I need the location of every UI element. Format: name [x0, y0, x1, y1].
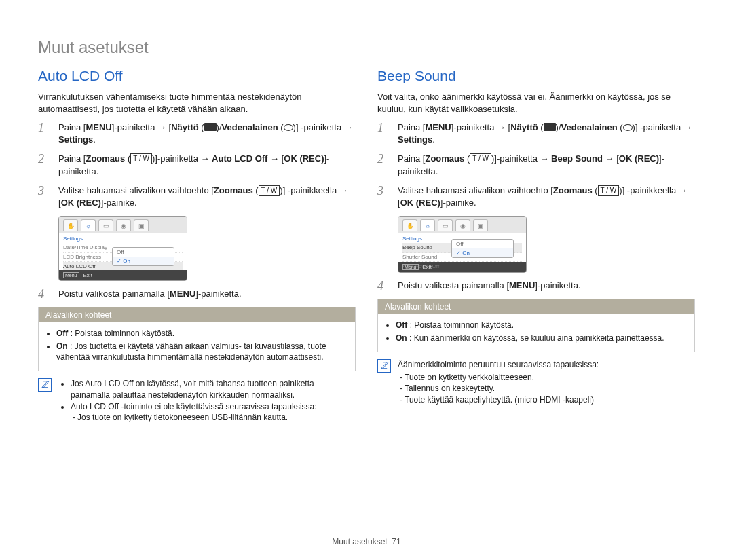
shot-popup: Off On	[451, 239, 514, 258]
shot-tab-row: ✋ ☼ ▭ ◉ ▣	[398, 217, 526, 233]
shot-tab: ◉	[455, 219, 470, 231]
t: ]-painiketta →	[155, 153, 212, 164]
ok-rec-label: OK (REC)	[61, 198, 101, 208]
info-note: ℤ Jos Auto LCD Off on käytössä, voit mit…	[38, 378, 356, 424]
menu-label: MENU	[86, 122, 111, 132]
lcd-screenshot: ✋ ☼ ▭ ◉ ▣ Settings Beep Sound Shutter So…	[398, 216, 527, 273]
step-number: 4	[377, 280, 388, 292]
target-label: Beep Sound	[551, 153, 603, 164]
on-label: On	[396, 333, 407, 343]
t: Paina [	[58, 122, 86, 132]
shot-tab: ◉	[116, 219, 131, 231]
t: (	[538, 122, 544, 132]
t: Valitse haluamasi alivalikon vaihtoehto …	[58, 185, 214, 195]
shot-tab: ✋	[402, 219, 417, 231]
note-line: Äänimerkkitoiminto peruuntuu seuraavissa…	[398, 360, 599, 369]
intro-text: Voit valita, onko äänimerkki käytössä va…	[377, 91, 695, 115]
shot-tab-active: ☼	[81, 219, 96, 231]
t: : Jos tuotetta ei käytetä vähään aikaan …	[56, 341, 326, 362]
shot-popup: Off On	[112, 247, 174, 266]
ok-rec-label: OK (REC)	[400, 198, 440, 208]
t: ]-painike.	[101, 198, 137, 208]
step-3: 3 Valitse haluamasi alivalikon vaihtoeht…	[38, 185, 356, 209]
submenu-header: Alavalikon kohteet	[39, 307, 355, 322]
t: ]-painiketta → [	[112, 122, 171, 132]
exit-label: Exit	[83, 272, 92, 278]
step-number: 1	[38, 122, 49, 146]
step-number: 2	[38, 153, 49, 177]
page-footer: Muut asetukset 71	[0, 537, 733, 546]
t: (	[278, 122, 284, 132]
menu-key-icon: Menu	[63, 272, 79, 278]
t: Paina [	[58, 153, 86, 164]
t: ]-painike.	[440, 198, 476, 208]
t: Poistu valikosta painamalla [	[58, 288, 170, 299]
settings-label: Settings	[58, 134, 93, 145]
tw-icon: T / W	[130, 153, 152, 164]
info-note: ℤ Äänimerkkitoiminto peruuntuu seuraavis…	[377, 359, 695, 406]
submenu-on: On : Kun äänimerkki on käytössä, se kuul…	[396, 333, 688, 343]
steps-list-cont: 4 Poistu valikosta painamalla [MENU]-pai…	[38, 288, 356, 300]
left-column: Auto LCD Off Virrankulutuksen vähentämis…	[38, 68, 356, 424]
shot-tab: ✋	[63, 219, 78, 231]
step-2: 2 Paina [Zoomaus (T / W)]-painiketta → B…	[377, 153, 695, 177]
popup-on-selected: On	[452, 248, 513, 257]
steps-list: 1 Paina [MENU]-painiketta → [Näyttö ()/V…	[377, 122, 695, 209]
off-label: Off	[396, 320, 407, 330]
off-label: Off	[56, 329, 68, 338]
step-number: 3	[377, 185, 388, 209]
step-1: 1 Paina [MENU]-painiketta → [Näyttö ()/V…	[377, 122, 695, 146]
shot-tab: ▭	[98, 219, 113, 231]
ok-rec-label: OK (REC)	[284, 153, 324, 164]
zoom-label: Zoomaus	[86, 153, 125, 164]
t: .	[93, 134, 96, 145]
underwater-label: Vedenalainen	[561, 122, 618, 132]
t: Valitse haluamasi alivalikon vaihtoehto …	[398, 185, 553, 195]
intro-text: Virrankulutuksen vähentämiseksi tuote hi…	[38, 91, 356, 115]
step-number: 3	[38, 185, 49, 209]
step-2: 2 Paina [Zoomaus (T / W)]-painiketta → A…	[38, 153, 356, 177]
tw-icon: T / W	[598, 185, 620, 196]
display-icon	[204, 123, 217, 131]
t: )] -painiketta →	[293, 122, 353, 132]
menu-key-icon: Menu	[402, 264, 419, 270]
underwater-icon	[623, 124, 633, 131]
t: )/	[217, 122, 222, 132]
underwater-label: Vedenalainen	[222, 122, 278, 132]
shot-exit-bar: Menu Exit	[59, 270, 187, 280]
t: (	[618, 122, 623, 132]
on-label: On	[56, 341, 68, 351]
display-label: Näyttö	[171, 122, 198, 132]
note-subline: Tuote on kytketty verkkolaitteeseen.	[405, 372, 599, 384]
menu-label: MENU	[509, 280, 535, 291]
shot-tab: ▣	[473, 219, 488, 231]
step-number: 2	[377, 153, 388, 177]
two-column-layout: Auto LCD Off Virrankulutuksen vähentämis…	[38, 68, 695, 424]
note-line: Jos Auto LCD Off on käytössä, voit mitä …	[71, 378, 356, 401]
submenu-off: Off : Poistaa toiminnon käytöstä.	[396, 320, 688, 331]
zoom-label: Zoomaus	[553, 185, 593, 195]
shot-exit-bar: Menu Exit	[398, 262, 526, 272]
t: : Kun äänimerkki on käytössä, se kuuluu …	[407, 333, 664, 343]
t: .	[432, 134, 435, 145]
t: → [	[603, 153, 619, 164]
shot-tab: ▭	[438, 219, 453, 231]
section-title-auto-lcd-off: Auto LCD Off	[38, 68, 356, 84]
menu-label: MENU	[170, 288, 195, 299]
menu-label: MENU	[425, 122, 451, 132]
step-number: 4	[38, 288, 49, 300]
tw-icon: T / W	[470, 153, 491, 164]
popup-off: Off	[452, 240, 513, 248]
shot-tab: ▣	[134, 219, 149, 231]
t: ]-painiketta.	[535, 280, 580, 291]
t: Poistu valikosta painamalla [	[398, 280, 509, 291]
submenu-items-box: Alavalikon kohteet Off : Poistaa toiminn…	[38, 307, 356, 371]
display-icon	[544, 123, 556, 131]
right-column: Beep Sound Voit valita, onko äänimerkki …	[377, 68, 695, 424]
target-label: Auto LCD Off	[212, 153, 267, 164]
display-label: Näyttö	[510, 122, 538, 132]
footer-page-number: 71	[392, 537, 400, 546]
zoom-label: Zoomaus	[425, 153, 464, 164]
steps-list-cont: 4 Poistu valikosta painamalla [MENU]-pai…	[377, 280, 695, 292]
note-subline: Jos tuote on kytketty tietokoneeseen USB…	[77, 412, 356, 424]
